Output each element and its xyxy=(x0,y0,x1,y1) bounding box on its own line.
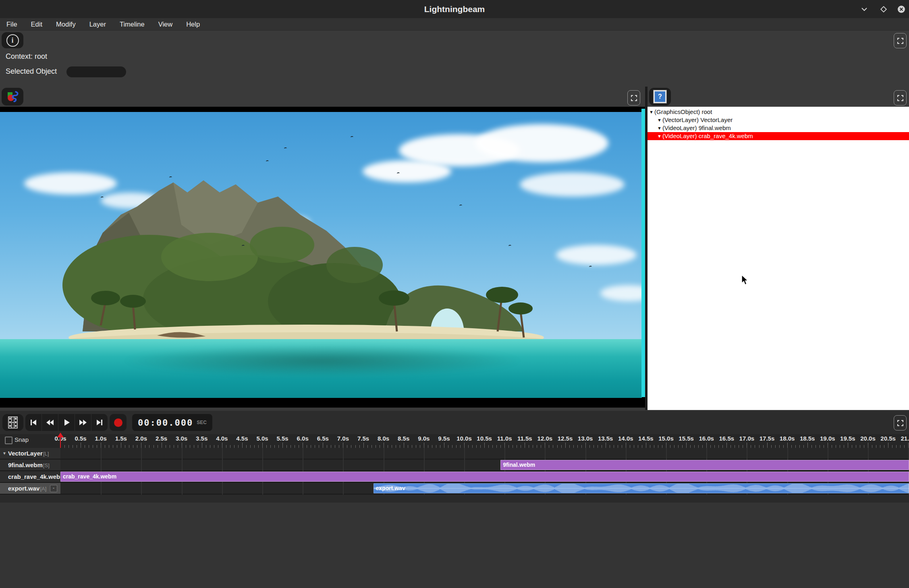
ruler-tick xyxy=(145,445,145,448)
ruler-tick xyxy=(888,443,888,448)
track-label-VectorLayer[interactable]: ▼VectorLayer[L] xyxy=(0,448,60,459)
track-type-badge: [L] xyxy=(43,451,49,457)
record-button[interactable] xyxy=(110,414,127,431)
ruler-tick-label: 3.5s xyxy=(196,435,208,442)
tree-expand-arrow-icon[interactable]: ▼ xyxy=(649,108,654,116)
menu-layer[interactable]: Layer xyxy=(89,21,106,28)
ruler-tick xyxy=(68,445,69,448)
ruler-tick xyxy=(618,445,618,448)
menu-timeline[interactable]: Timeline xyxy=(120,21,145,28)
clip-9final.webm[interactable]: 9final.webm xyxy=(500,460,909,470)
ruler-tick xyxy=(404,443,404,448)
menu-help[interactable]: Help xyxy=(186,21,200,28)
ruler-tick xyxy=(355,445,356,448)
ruler-tick xyxy=(650,445,650,448)
playhead-handle[interactable] xyxy=(57,433,64,437)
ruler-tick xyxy=(852,445,852,448)
clip-label: crab_rave_4k.webm xyxy=(60,472,909,482)
maximize-button[interactable] xyxy=(878,4,889,14)
timeline-menu-button[interactable] xyxy=(2,414,23,431)
timeline-gridline xyxy=(101,448,102,495)
skip-end-button[interactable] xyxy=(91,414,108,431)
selected-object-label: Selected Object xyxy=(6,67,57,76)
ruler-tick xyxy=(585,443,586,448)
ruler-tick xyxy=(270,445,271,448)
ruler-tick-label: 20.5s xyxy=(880,435,896,442)
ruler-tick xyxy=(508,445,509,448)
ruler-tick xyxy=(868,443,868,448)
ruler-tick xyxy=(388,445,388,448)
timeline-ruler[interactable]: Snap 0.0s0.5s1.0s1.5s2.0s2.5s3.0s3.5s4.0… xyxy=(0,434,909,448)
menu-edit[interactable]: Edit xyxy=(31,21,42,28)
tree-row[interactable]: ▼(VectorLayer) VectorLayer xyxy=(648,116,909,124)
ruler-tick xyxy=(182,443,182,448)
ruler-tick xyxy=(492,445,493,448)
track-label-9final.webm[interactable]: 9final.webm[S] xyxy=(0,460,60,470)
ruler-tick xyxy=(238,445,239,448)
info-panel-button[interactable]: i xyxy=(2,32,23,48)
selected-object-input[interactable] xyxy=(66,66,126,77)
ruler-tick xyxy=(468,445,469,448)
clip-export.wav[interactable]: export.wav xyxy=(374,483,909,493)
ruler-tick xyxy=(141,443,141,448)
ruler-tick xyxy=(105,445,105,448)
ruler-tick xyxy=(731,445,731,448)
tree-panel-button[interactable]: ? xyxy=(649,88,671,106)
ruler-tick xyxy=(278,445,279,448)
ruler-tick xyxy=(396,445,396,448)
tree-row[interactable]: ▼(VideoLayer) crab_rave_4k.webm xyxy=(648,132,909,140)
menu-modify[interactable]: Modify xyxy=(56,21,76,28)
ruler-tick xyxy=(896,445,897,448)
ruler-tick xyxy=(137,445,137,448)
stage-tools-button[interactable] xyxy=(2,88,23,106)
track-option-button[interactable]: - xyxy=(50,485,57,492)
close-button[interactable] xyxy=(896,4,907,14)
shapes-tool-icon xyxy=(6,90,19,103)
rewind-button[interactable] xyxy=(42,414,58,431)
fast-forward-button[interactable] xyxy=(75,414,91,431)
snap-checkbox[interactable] xyxy=(5,437,12,444)
ruler-tick xyxy=(295,445,295,448)
ruler-tick-label: 9.0s xyxy=(418,435,430,442)
ruler-tick xyxy=(286,445,287,448)
ruler-tick xyxy=(658,445,658,448)
menu-view[interactable]: View xyxy=(158,21,172,28)
tree-expand-button[interactable] xyxy=(894,90,907,106)
stage-expand-button[interactable] xyxy=(627,90,640,106)
ruler-tick xyxy=(440,445,440,448)
window-title: Lightningbeam xyxy=(0,0,909,18)
track-collapse-icon[interactable]: ▼ xyxy=(2,448,6,459)
ruler-tick xyxy=(274,445,275,448)
tree-expand-arrow-icon[interactable]: ▼ xyxy=(657,116,662,124)
tree-row[interactable]: ▼(VideoLayer) 9final.webm xyxy=(648,124,909,132)
track-lane-VectorLayer[interactable] xyxy=(60,448,909,459)
ruler-tick xyxy=(892,445,892,448)
play-button[interactable] xyxy=(58,414,75,431)
track-label-crab_rave_4k.webm[interactable]: crab_rave_4k.webm[S] xyxy=(0,471,60,482)
ruler-tick xyxy=(125,445,125,448)
skip-start-button[interactable] xyxy=(25,414,42,431)
stage-canvas[interactable] xyxy=(0,107,645,408)
ruler-tick xyxy=(763,445,764,448)
tree-row[interactable]: ▼(GraphicsObject) root xyxy=(648,108,909,116)
tree-expand-arrow-icon[interactable]: ▼ xyxy=(657,124,662,132)
timeline-expand-button[interactable] xyxy=(894,415,907,431)
track-label-export.wav[interactable]: export.wav[A]- xyxy=(0,483,60,494)
ruler-tick xyxy=(791,445,792,448)
tree-expand-arrow-icon[interactable]: ▼ xyxy=(657,132,662,140)
ruler-tick xyxy=(638,445,638,448)
menu-file[interactable]: File xyxy=(6,21,17,28)
ruler-tick xyxy=(476,445,477,448)
ruler-tick xyxy=(226,445,226,448)
clip-crab_rave_4k.webm[interactable]: crab_rave_4k.webm xyxy=(60,472,909,482)
tree-row-label: (VectorLayer) VectorLayer xyxy=(662,116,733,123)
ruler-tick xyxy=(335,445,335,448)
ruler-tick xyxy=(537,445,537,448)
ruler-tick xyxy=(908,443,909,448)
fullscreen-icon xyxy=(897,38,903,44)
ruler-tick xyxy=(529,445,529,448)
track-name: export.wav xyxy=(8,485,39,492)
ruler-tick-label: 16.0s xyxy=(699,435,714,442)
info-panel-expand-button[interactable] xyxy=(894,33,907,48)
minimize-button[interactable] xyxy=(859,4,870,14)
